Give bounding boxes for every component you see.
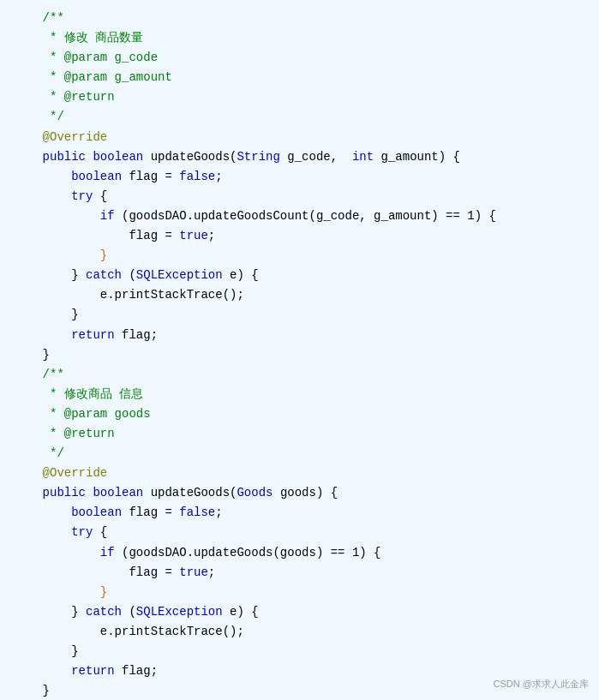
code-token: } [14,248,107,262]
code-line: @Override [14,464,585,483]
code-line: try { [14,523,585,542]
code-token: * @param goods [14,407,151,421]
code-token: @Override [14,130,107,144]
code-line: * @return [14,87,585,107]
code-line: /** [14,365,585,385]
code-token: * @param g_amount [14,70,172,84]
code-line: } [14,345,585,365]
code-token [14,546,100,559]
code-token: true [179,229,208,242]
code-token: false [179,170,215,183]
code-token: @Override [14,466,107,480]
code-token: boolean [71,506,122,519]
code-editor: /** * 修改 商品数量 * @param g_code * @param g… [0,0,599,700]
code-token: e.printStackTrace(); [14,288,244,302]
code-line: try { [14,187,585,206]
code-token: if [100,209,115,223]
code-line: } [14,642,585,661]
code-token: String [237,150,279,164]
code-token: catch [86,605,122,619]
code-line: e.printStackTrace(); [14,285,585,305]
code-token: try [71,189,93,203]
code-token: } [14,348,50,362]
code-token: { [93,189,107,203]
code-token: } [14,684,50,697]
code-token: * @param g_code [14,51,158,64]
code-line: } [14,246,585,266]
code-token: public [43,150,86,164]
code-token: g_amount) { [374,150,460,164]
code-line: if (goodsDAO.updateGoodsCount(g_code, g_… [14,206,585,226]
code-token: flag = [122,170,179,183]
code-token: updateGoods( [143,486,237,500]
code-token: */ [14,110,64,123]
code-token: (goodsDAO.updateGoods(goods) == 1) { [115,546,381,559]
code-token [14,189,71,203]
code-token: catch [86,268,122,282]
code-token: boolean [93,150,143,164]
code-line: flag = true; [14,563,585,583]
code-token: * @return [14,90,115,104]
code-token: true [179,565,208,579]
code-token [14,664,71,678]
code-token: /** [14,11,64,25]
code-token: return [71,328,114,342]
code-line: if (goodsDAO.updateGoods(goods) == 1) { [14,543,585,563]
code-line: } catch (SQLException e) { [14,602,585,622]
code-line: public boolean updateGoods(Goods goods) … [14,483,585,503]
code-line: return flag; [14,326,585,345]
watermark: CSDN @求求人此金库 [494,676,589,691]
code-token: ; [215,170,222,183]
code-token: } [14,585,107,599]
code-token: ; [208,229,215,242]
code-token: g_code, [280,150,352,164]
code-line: } [14,583,585,602]
code-token: if [100,546,115,559]
code-token [14,506,71,519]
code-token: flag = [14,565,179,579]
code-token: Goods [237,486,273,500]
code-line: flag = true; [14,226,585,246]
code-token: /** [14,368,64,381]
code-content: /** * 修改 商品数量 * @param g_code * @param g… [14,9,585,700]
code-line: */ [14,444,585,464]
code-token: * [14,31,64,45]
code-token [14,150,43,164]
code-line: boolean flag = false; [14,167,585,187]
code-token: ; [215,506,222,519]
code-token: e) { [223,605,259,619]
code-token: * [14,387,64,401]
code-token: SQLException [136,268,223,282]
code-token [14,170,71,183]
code-line: /** [14,9,585,28]
code-token: (goodsDAO.updateGoodsCount(g_code, g_amo… [115,209,496,223]
code-line: * 修改商品 信息 [14,385,585,404]
code-token: SQLException [136,605,223,619]
code-token: 修改 商品数量 [64,31,143,45]
code-token: */ [14,446,64,460]
code-line: * @param g_code [14,48,585,68]
code-line: * @return [14,424,585,444]
code-line: e.printStackTrace(); [14,622,585,642]
code-token: flag = [122,506,179,519]
code-token [14,486,43,500]
code-token: e.printStackTrace(); [14,625,244,638]
code-token: public [43,486,86,500]
code-token: ; [208,565,215,579]
code-token [14,328,71,342]
code-line: * @param g_amount [14,68,585,87]
code-line: @Override [14,128,585,147]
code-line: * @param goods [14,404,585,424]
code-token: try [71,525,93,539]
code-line: } catch (SQLException e) { [14,266,585,285]
code-line: */ [14,107,585,127]
code-token: } [14,605,86,619]
code-token: e) { [223,268,259,282]
code-line: * 修改 商品数量 [14,28,585,48]
code-token: flag = [14,229,179,242]
code-token: goods) { [273,486,338,500]
code-token: flag; [115,664,158,678]
code-token: boolean [71,170,122,183]
code-token: ( [122,605,136,619]
code-token: false [179,506,215,519]
